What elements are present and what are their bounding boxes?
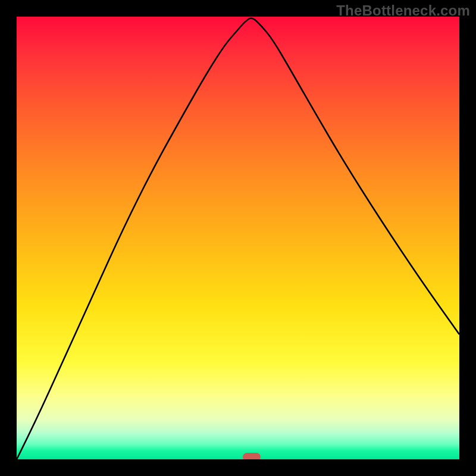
bottleneck-curve [17, 17, 459, 459]
curve-path [17, 18, 459, 459]
watermark-text: TheBottleneck.com [336, 2, 470, 19]
optimum-marker [243, 453, 261, 459]
plot-area [17, 17, 459, 459]
chart-frame: TheBottleneck.com [0, 0, 476, 476]
